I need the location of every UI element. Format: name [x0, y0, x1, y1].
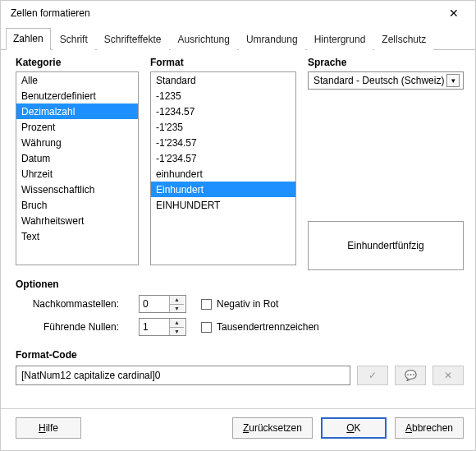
format-listbox[interactable]: Standard -1235 -1234.57 -1'235 -1'234.57…: [150, 71, 296, 265]
format-cells-dialog: Zellen formatieren ✕ Zahlen Schrift Schr…: [0, 0, 476, 451]
tab-content: Kategorie Alle Benutzerdefiniert Dezimal…: [1, 50, 475, 408]
format-header: Format: [150, 57, 296, 68]
language-header: Sprache: [308, 57, 464, 68]
thousands-checkbox[interactable]: Tausendertrennzeichen: [201, 321, 319, 333]
close-icon[interactable]: ✕: [439, 2, 469, 24]
spinner-down-icon[interactable]: ▼: [170, 328, 184, 336]
list-item[interactable]: EINHUNDERT: [151, 197, 295, 213]
help-label: Hilfe: [39, 422, 58, 434]
spinner-down-icon[interactable]: ▼: [170, 305, 184, 313]
negative-red-checkbox[interactable]: Negativ in Rot: [201, 298, 278, 310]
titlebar: Zellen formatieren ✕: [1, 1, 475, 25]
list-item[interactable]: -1'235: [151, 119, 295, 135]
dialog-footer: Hilfe Zurücksetzen OK Abbrechen: [1, 408, 475, 450]
list-item[interactable]: Benutzerdefiniert: [16, 88, 138, 104]
list-item[interactable]: Wissenschaftlich: [16, 182, 138, 197]
list-item[interactable]: Standard: [151, 72, 295, 88]
comment-code-button[interactable]: 💬: [395, 366, 426, 385]
spinner-up-icon[interactable]: ▲: [170, 319, 184, 328]
ok-label: OK: [346, 422, 360, 434]
options-header: Optionen: [16, 278, 464, 290]
format-preview: Einhundertfünfzig: [308, 221, 464, 270]
list-item[interactable]: Prozent: [16, 119, 138, 135]
format-code-header: Format-Code: [16, 349, 464, 361]
tab-schrift[interactable]: Schrift: [53, 29, 95, 50]
tab-schrifteffekte[interactable]: Schrifteffekte: [97, 29, 169, 50]
apply-code-button[interactable]: ✓: [357, 366, 388, 385]
format-code-input[interactable]: [16, 366, 350, 385]
tab-ausrichtung[interactable]: Ausrichtung: [171, 29, 237, 50]
list-item[interactable]: -1234.57: [151, 104, 295, 119]
list-item[interactable]: Alle: [16, 72, 138, 88]
tab-zellschutz[interactable]: Zellschutz: [374, 29, 433, 50]
decimals-input[interactable]: [140, 296, 169, 312]
thousands-label: Tausendertrennzeichen: [217, 321, 319, 333]
list-item[interactable]: Datum: [16, 150, 138, 166]
list-item[interactable]: -1'234.57: [151, 135, 295, 150]
list-item[interactable]: -1'234.57: [151, 150, 295, 166]
window-title: Zellen formatieren: [11, 7, 439, 19]
reset-button[interactable]: Zurücksetzen: [232, 417, 313, 439]
delete-code-button[interactable]: ✕: [433, 366, 464, 385]
list-item[interactable]: einhundert: [151, 166, 295, 182]
comment-icon: 💬: [405, 370, 417, 381]
cancel-label: Abbrechen: [405, 422, 453, 434]
list-item[interactable]: Währung: [16, 135, 138, 150]
language-combo[interactable]: Standard - Deutsch (Schweiz) ▾: [308, 71, 464, 90]
reset-label: Zurücksetzen: [243, 422, 302, 434]
list-item[interactable]: Bruch: [16, 197, 138, 213]
help-button[interactable]: Hilfe: [16, 417, 81, 439]
tab-strip: Zahlen Schrift Schrifteffekte Ausrichtun…: [1, 25, 475, 50]
decimals-spinner[interactable]: ▲ ▼: [139, 295, 186, 313]
cancel-button[interactable]: Abbrechen: [395, 417, 464, 439]
language-value: Standard - Deutsch (Schweiz): [314, 75, 446, 86]
list-item[interactable]: Uhrzeit: [16, 166, 138, 182]
spinner-up-icon[interactable]: ▲: [170, 296, 184, 305]
list-item[interactable]: Einhundert: [151, 182, 295, 197]
preview-text: Einhundertfünfzig: [347, 240, 423, 251]
list-item[interactable]: Text: [16, 228, 138, 244]
check-icon: ✓: [368, 370, 377, 381]
category-listbox[interactable]: Alle Benutzerdefiniert Dezimalzahl Proze…: [16, 71, 139, 265]
chevron-down-icon[interactable]: ▾: [446, 74, 460, 87]
leading-zeros-label: Führende Nullen:: [16, 321, 124, 333]
ok-button[interactable]: OK: [321, 417, 387, 439]
delete-icon: ✕: [444, 370, 452, 381]
negative-red-label: Negativ in Rot: [217, 298, 278, 310]
tab-zahlen[interactable]: Zahlen: [6, 28, 51, 50]
leading-zeros-spinner[interactable]: ▲ ▼: [139, 318, 186, 336]
tab-hintergrund[interactable]: Hintergrund: [307, 29, 373, 50]
list-item[interactable]: -1235: [151, 88, 295, 104]
checkbox-icon: [201, 299, 212, 310]
list-item[interactable]: Wahrheitswert: [16, 213, 138, 228]
list-item[interactable]: Dezimalzahl: [16, 104, 138, 119]
tab-umrandung[interactable]: Umrandung: [239, 29, 305, 50]
checkbox-icon: [201, 322, 212, 333]
category-header: Kategorie: [16, 57, 139, 68]
leading-zeros-input[interactable]: [140, 319, 169, 335]
decimals-label: Nachkommastellen:: [16, 298, 124, 310]
